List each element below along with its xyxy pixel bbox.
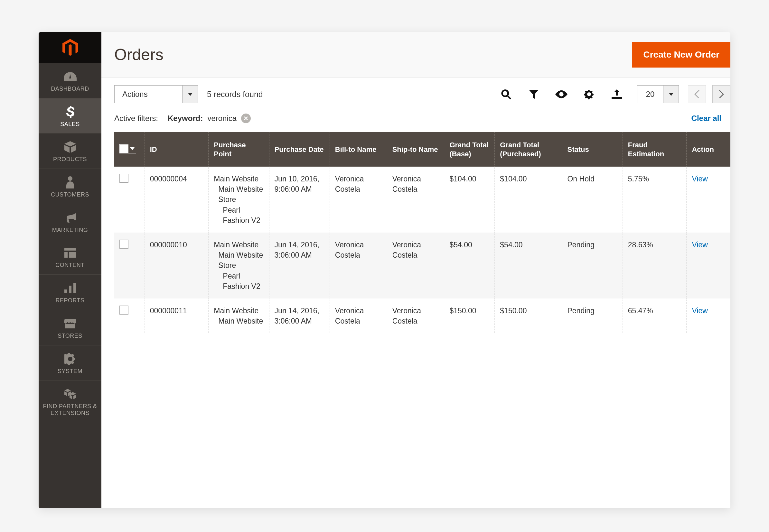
nav-stores[interactable]: STORES xyxy=(39,310,101,345)
prev-page-button[interactable] xyxy=(688,85,706,103)
view-order-link[interactable]: View xyxy=(692,307,708,315)
cell-fraud: 5.75% xyxy=(623,167,687,233)
page-header: Orders Create New Order xyxy=(101,32,730,78)
magento-logo[interactable] xyxy=(39,32,101,63)
nav-dashboard[interactable]: DASHBOARD xyxy=(39,63,101,98)
cell-gt-purchased: $104.00 xyxy=(495,167,562,233)
filter-icon[interactable] xyxy=(527,88,540,100)
dollar-icon xyxy=(66,105,74,118)
nav-marketing[interactable]: MARKETING xyxy=(39,204,101,239)
create-new-order-button[interactable]: Create New Order xyxy=(632,42,730,68)
nav-label: MARKETING xyxy=(52,227,88,234)
cell-bill-to: Veronica Costela xyxy=(330,167,387,233)
nav-label: CUSTOMERS xyxy=(51,191,89,198)
col-header-purchase-point[interactable]: Purchase Point xyxy=(209,132,269,167)
active-filters-label: Active filters: xyxy=(114,114,158,123)
chevron-down-icon xyxy=(182,86,198,103)
eye-icon[interactable] xyxy=(555,88,567,100)
page-title: Orders xyxy=(114,45,163,64)
filter-chip-keyword: Keyword: veronica xyxy=(168,114,251,123)
cell-ship-to: Veronica Costela xyxy=(387,298,444,333)
cell-bill-to: Veronica Costela xyxy=(330,233,387,298)
orders-grid: ID Purchase Point Purchase Date Bill-to … xyxy=(101,132,730,508)
records-found-text: 5 records found xyxy=(207,90,263,99)
cell-gt-base: $54.00 xyxy=(444,233,495,298)
col-header-status[interactable]: Status xyxy=(562,132,623,167)
cell-fraud: 65.47% xyxy=(623,298,687,333)
row-checkbox[interactable] xyxy=(119,240,128,249)
grid-toolbar: Actions 5 records found xyxy=(101,78,730,111)
cell-status: Pending xyxy=(562,298,623,333)
megaphone-icon xyxy=(64,211,76,224)
search-icon[interactable] xyxy=(500,88,512,100)
col-header-fraud[interactable]: Fraud Estimation xyxy=(623,132,687,167)
next-page-button[interactable] xyxy=(712,85,730,103)
col-header-action[interactable]: Action xyxy=(687,132,730,167)
gear-icon xyxy=(64,353,76,365)
nav-products[interactable]: PRODUCTS xyxy=(39,133,101,169)
cell-gt-base: $150.00 xyxy=(444,298,495,333)
cell-status: Pending xyxy=(562,233,623,298)
cell-id: 000000004 xyxy=(144,167,209,233)
cell-ship-to: Veronica Costela xyxy=(387,233,444,298)
col-header-grand-total-purchased[interactable]: Grand Total (Purchased) xyxy=(495,132,562,167)
actions-select[interactable]: Actions xyxy=(114,85,198,103)
cell-date: Jun 10, 2016, 9:06:00 AM xyxy=(269,167,330,233)
cell-gt-purchased: $54.00 xyxy=(495,233,562,298)
page-size-select[interactable]: 20 xyxy=(637,85,679,103)
table-row: 000000010 Main Website Main Website Stor… xyxy=(114,233,730,298)
active-filters-row: Active filters: Keyword: veronica Clear … xyxy=(101,111,730,132)
cell-gt-purchased: $150.00 xyxy=(495,298,562,333)
row-checkbox[interactable] xyxy=(119,306,128,315)
nav-label: REPORTS xyxy=(55,297,84,304)
nav-label: FIND PARTNERS & EXTENSIONS xyxy=(40,403,100,416)
filter-chip-key: Keyword: xyxy=(168,114,203,123)
toolbar-icon-group xyxy=(500,88,628,100)
cell-id: 000000011 xyxy=(144,298,209,333)
actions-select-label: Actions xyxy=(114,86,182,103)
app-frame: DASHBOARD SALES PRODUCTS CUSTOMERS MARKE xyxy=(39,32,730,508)
export-icon[interactable] xyxy=(611,88,623,100)
cell-status: On Hold xyxy=(562,167,623,233)
cell-fraud: 28.63% xyxy=(623,233,687,298)
main-content: Orders Create New Order Actions 5 record… xyxy=(101,32,730,508)
cell-date: Jun 14, 2016, 3:06:00 AM xyxy=(269,233,330,298)
row-checkbox[interactable] xyxy=(119,174,128,183)
filter-chip-value: veronica xyxy=(207,114,237,123)
svg-point-0 xyxy=(68,176,72,181)
nav-reports[interactable]: REPORTS xyxy=(39,274,101,310)
col-header-ship-to[interactable]: Ship-to Name xyxy=(387,132,444,167)
page-size-value: 20 xyxy=(637,86,663,103)
cube-icon xyxy=(64,141,76,153)
col-header-select[interactable] xyxy=(114,132,144,167)
cell-id: 000000010 xyxy=(144,233,209,298)
remove-filter-icon[interactable] xyxy=(241,114,251,123)
nav-label: STORES xyxy=(58,333,82,339)
columns-gear-icon[interactable] xyxy=(583,88,595,100)
view-order-link[interactable]: View xyxy=(692,175,708,183)
storefront-icon xyxy=(64,317,76,330)
table-row: 000000004 Main Website Main Website Stor… xyxy=(114,167,730,233)
nav-customers[interactable]: CUSTOMERS xyxy=(39,169,101,204)
nav-label: SYSTEM xyxy=(58,368,82,375)
view-order-link[interactable]: View xyxy=(692,241,708,249)
col-header-grand-total-base[interactable]: Grand Total (Base) xyxy=(444,132,495,167)
nav-sales[interactable]: SALES xyxy=(39,98,101,133)
bar-chart-icon xyxy=(64,282,76,295)
nav-content[interactable]: CONTENT xyxy=(39,239,101,274)
cell-purchase-point: Main Website Main Website Store Pearl Fa… xyxy=(209,167,269,233)
cell-gt-base: $104.00 xyxy=(444,167,495,233)
dashboard-icon xyxy=(64,70,77,83)
col-header-purchase-date[interactable]: Purchase Date xyxy=(269,132,330,167)
clear-all-filters-link[interactable]: Clear all xyxy=(691,114,721,123)
col-header-id[interactable]: ID xyxy=(144,132,209,167)
nav-system[interactable]: SYSTEM xyxy=(39,345,101,381)
nav-label: CONTENT xyxy=(55,262,85,269)
col-header-bill-to[interactable]: Bill-to Name xyxy=(330,132,387,167)
person-icon xyxy=(66,176,74,189)
nav-label: DASHBOARD xyxy=(51,86,89,92)
cell-bill-to: Veronica Costela xyxy=(330,298,387,333)
table-row: 000000011 Main Website Main Website Jun … xyxy=(114,298,730,333)
pager xyxy=(688,85,730,103)
nav-partners[interactable]: FIND PARTNERS & EXTENSIONS xyxy=(39,380,101,422)
